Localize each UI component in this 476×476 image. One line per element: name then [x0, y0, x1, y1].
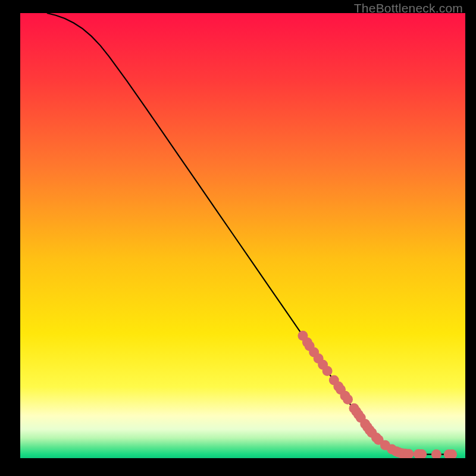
gradient-background: [20, 13, 465, 458]
scatter-point: [343, 394, 353, 405]
chart-svg: [20, 13, 465, 458]
scatter-point: [322, 366, 333, 376]
chart-frame: [20, 13, 465, 458]
